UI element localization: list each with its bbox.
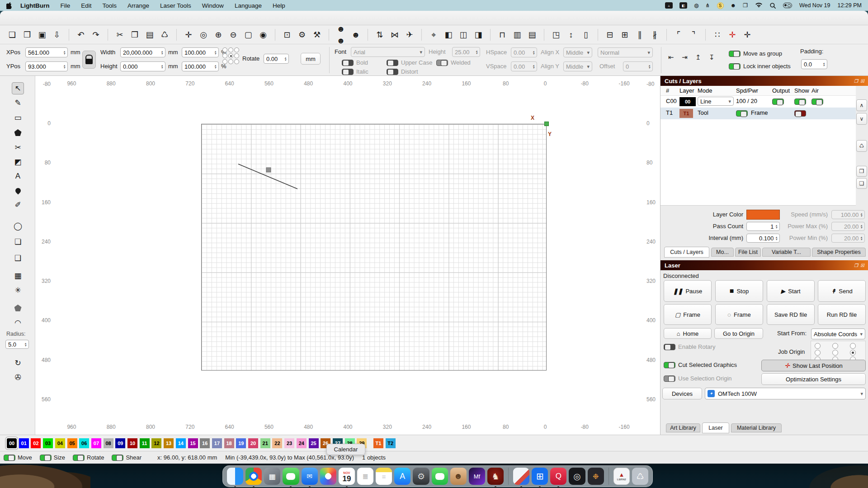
start-from-select[interactable]: Absolute Coords [811,328,865,339]
menu-help[interactable]: Help [273,2,285,9]
undo-icon[interactable]: ↶ [75,29,87,41]
height-percent-input[interactable]: 100.000 [182,61,219,71]
palette-color-18[interactable]: 18 [224,438,234,448]
lock-inner-objects-toggle[interactable]: Lock inner objects [729,63,791,70]
device-select[interactable]: ✦OMTech 100W [705,388,866,399]
align-edge-right-icon[interactable]: ⇥ [682,53,688,61]
palette-color-08[interactable]: 08 [104,438,113,448]
search-icon[interactable] [770,3,776,9]
devices-button[interactable]: Devices [662,388,702,399]
units-button[interactable]: mm [301,53,321,65]
menu-window[interactable]: Window [202,2,224,9]
anchor-point-1[interactable] [228,47,233,52]
focus-target-icon[interactable]: ⌖ [428,29,439,41]
palette-color-06[interactable]: 06 [79,438,89,448]
stacked-windows-icon[interactable]: ❐ [743,2,748,9]
dock-blue-red-app[interactable] [513,468,529,485]
equal-space-v-icon[interactable]: ∦ [649,29,660,41]
shear-toggle[interactable]: Shear [112,454,142,461]
control-center-icon[interactable] [783,3,792,8]
palette-color-24[interactable]: 24 [297,438,307,448]
cut-shapes-tool[interactable]: ✂ [12,141,24,154]
flip-horizontal-icon[interactable]: ⋈ [389,29,401,41]
menu-file[interactable]: File [60,2,70,9]
power-min-input[interactable]: 20.00 [831,234,865,243]
goto-origin-button[interactable]: Go to Origin [714,328,763,339]
panel-tab-material-library[interactable]: Material Library [731,423,782,432]
import-icon[interactable]: ⇩ [51,29,63,41]
home-button[interactable]: ⌂Home [664,328,712,339]
float-panel-icon[interactable]: ❐ [854,79,858,84]
enable-rotary-toggle[interactable]: Enable Rotary [664,343,715,350]
pause-button[interactable]: ❚❚Pause [664,280,712,302]
hspace-input[interactable]: 0.00 [511,47,537,57]
menu-tools[interactable]: Tools [103,2,117,9]
layer-color-chip[interactable]: 00 [679,97,696,106]
corner-top-right-icon[interactable]: ⌝ [688,29,699,41]
palette-color-21[interactable]: 21 [260,438,270,448]
welded-toggle[interactable]: Welded [436,59,471,66]
title-bar[interactable]: <untitled> * - OMTech 100W - LightBurn P… [0,11,868,25]
screen-share-icon[interactable]: ◧ [679,2,687,9]
rotate-input[interactable]: 0.00 [264,54,289,64]
save-file-icon[interactable]: ▣ [36,29,48,41]
layer-mode-select[interactable]: Line [698,97,734,106]
rectangle-tool[interactable]: ▭ [12,112,24,124]
close-panel-icon[interactable]: ☒ [860,79,864,84]
arc-tool[interactable]: ◠ [12,317,24,329]
height-input[interactable]: 0.000 [120,61,165,71]
flip-vertical-icon[interactable]: ⇅ [374,29,386,41]
send-button[interactable]: ↟Send [818,280,866,302]
laser-header[interactable]: Laser ❐☒ [660,260,868,270]
pattern-tool[interactable]: ✳ [12,284,24,296]
palette-color-25[interactable]: 25 [309,438,319,448]
job-origin-radio-0[interactable] [815,343,821,349]
palette-color-16[interactable]: 16 [200,438,210,448]
palette-color-12[interactable]: 12 [151,438,161,448]
polygon-tool[interactable] [12,127,24,139]
text-style-select[interactable]: Normal [598,47,653,57]
aspect-lock-button[interactable] [82,51,96,69]
anchor-point-6[interactable] [222,59,227,64]
xpos-input[interactable]: 561.000 [25,47,68,57]
palette-color-01[interactable]: 01 [19,438,29,448]
palette-color-03[interactable]: 03 [43,438,53,448]
new-file-icon[interactable]: ❏ [6,29,18,41]
delete-layer-button[interactable]: ♺ [856,140,867,152]
select-tool[interactable]: ↖ [12,82,24,94]
size-toggle[interactable]: Size [40,454,65,461]
palette-color-15[interactable]: 15 [188,438,198,448]
zoom-out-icon[interactable]: ⊖ [227,29,239,41]
tab-file-list[interactable]: File List [735,248,761,257]
layer-color-chip[interactable]: T1 [679,109,693,118]
tab-cuts-layers[interactable]: Cuts / Layers [664,247,709,258]
run-rd-file-button[interactable]: Run RD file [818,304,866,325]
align-left-icon[interactable]: ◧ [443,29,454,41]
layer-up-button[interactable]: ∧ [856,99,867,111]
dock-finder[interactable] [227,468,243,485]
job-origin-radio-5[interactable] [850,350,856,356]
copy-layer-settings-button[interactable]: ❐ [856,166,867,177]
offset-input[interactable]: 0 [623,61,653,71]
dock-contacts[interactable]: ☻ [450,468,467,485]
machine-tools-icon[interactable]: ⚒ [311,29,323,41]
zoom-in-icon[interactable]: ⊕ [212,29,224,41]
layer-color-swatch[interactable] [746,210,780,220]
dock-app-store[interactable]: A [394,468,410,485]
equal-space-h-icon[interactable]: ∥ [634,29,646,41]
menu-date[interactable]: Wed Nov 19 [799,2,830,9]
move-laser-here-icon[interactable]: ✛ [726,29,738,41]
bold-toggle[interactable]: Bold [342,59,368,66]
dock-blue-grid-app[interactable]: ⊞ [532,468,548,485]
position-laser-tool[interactable] [12,184,24,197]
palette-color-10[interactable]: 10 [127,438,137,448]
dock-chrome[interactable] [245,468,262,485]
menu-language[interactable]: Language [235,2,262,9]
circular-array-tool[interactable]: ↻ [12,357,24,369]
pass-count-input[interactable]: 1 [746,222,780,231]
optimization-settings-button[interactable]: Optimization Settings [761,373,866,385]
dock-obs-app[interactable]: ◎ [569,468,585,485]
dock-notes[interactable]: ≡ [376,468,392,485]
cut-selected-graphics-toggle[interactable]: Cut Selected Graphics [664,361,737,368]
text-tool[interactable]: A [12,170,24,182]
